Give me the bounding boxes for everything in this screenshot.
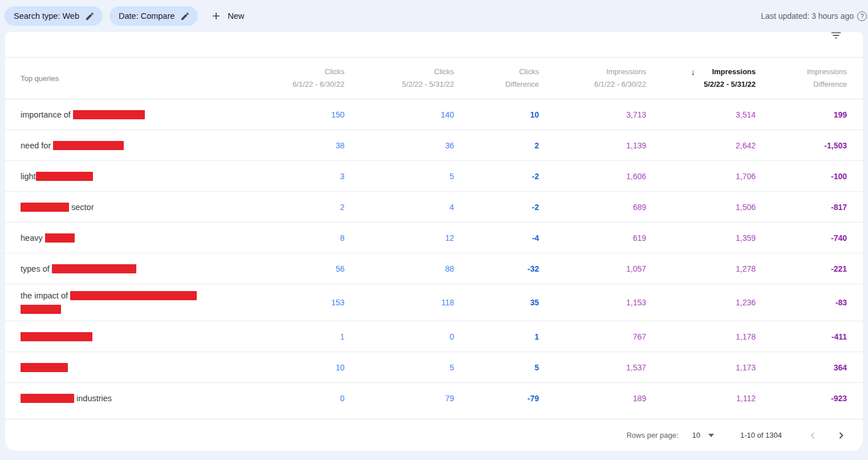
- new-filter-button-label: New: [228, 11, 244, 21]
- date-compare-chip[interactable]: Date: Compare: [109, 6, 198, 26]
- table-row[interactable]: industries079-791891,112-923: [5, 383, 863, 414]
- clicks-previous-cell: 79: [344, 394, 454, 403]
- column-header-impressions-current[interactable]: Impressions6/1/22 - 6/30/22: [539, 66, 646, 91]
- query-cell[interactable]: need for: [5, 134, 233, 157]
- table-body: importance of 150140103,7133,514199need …: [5, 99, 863, 419]
- query-text: sector: [69, 203, 94, 212]
- query-cell[interactable]: [5, 325, 233, 348]
- column-range-label: 5/2/22 - 5/31/22: [646, 78, 756, 91]
- edit-pencil-icon: [85, 11, 95, 21]
- date-compare-chip-label: Date: Compare: [119, 11, 175, 21]
- clicks-difference-cell: 5: [454, 363, 539, 372]
- clicks-previous-cell: 12: [344, 233, 454, 243]
- column-metric-label: Impressions: [756, 66, 847, 78]
- impressions-difference-cell: -817: [756, 203, 847, 212]
- help-icon[interactable]: ?: [857, 11, 867, 21]
- clicks-current-cell: 0: [233, 394, 344, 403]
- clicks-current-cell: 38: [233, 141, 344, 150]
- impressions-current-cell: 1,606: [539, 172, 646, 181]
- clicks-previous-cell: 5: [344, 363, 454, 372]
- column-metric-label: Impressions: [646, 66, 756, 78]
- search-type-chip[interactable]: Search type: Web: [5, 6, 103, 26]
- column-range-label: Difference: [454, 78, 539, 91]
- clicks-current-cell: 1: [233, 332, 344, 341]
- redacted-text-block: [73, 110, 145, 119]
- column-range-label: Difference: [756, 78, 847, 91]
- filter-rows-button[interactable]: [830, 29, 843, 43]
- table-row[interactable]: importance of 150140103,7133,514199: [5, 99, 863, 130]
- column-header-clicks-previous[interactable]: Clicks5/2/22 - 5/31/22: [344, 66, 454, 91]
- search-type-chip-label: Search type: Web: [14, 11, 79, 21]
- column-header-impressions-previous[interactable]: ↓Impressions5/2/22 - 5/31/22: [646, 66, 756, 91]
- clicks-previous-cell: 0: [344, 332, 454, 341]
- query-cell[interactable]: [5, 356, 233, 379]
- clicks-previous-cell: 36: [344, 141, 454, 150]
- column-metric-label: Clicks: [344, 66, 454, 78]
- table-row[interactable]: need for 383621,1392,642-1,503: [5, 130, 863, 161]
- column-metric-label: Clicks: [454, 66, 539, 78]
- clicks-difference-cell: -4: [454, 233, 539, 243]
- chevron-left-icon: [806, 429, 819, 442]
- impressions-previous-cell: 1,178: [646, 332, 756, 341]
- column-metric-label: Clicks: [233, 66, 344, 78]
- query-cell[interactable]: types of: [5, 257, 233, 280]
- table-row[interactable]: types of 5688-321,0571,278-221: [5, 253, 863, 284]
- query-cell[interactable]: the impact of: [5, 284, 233, 321]
- impressions-previous-cell: 1,706: [646, 172, 756, 181]
- sort-descending-arrow-icon: ↓: [691, 66, 696, 78]
- clicks-difference-cell: 35: [454, 298, 539, 307]
- impressions-previous-cell: 1,173: [646, 363, 756, 372]
- query-cell[interactable]: heavy: [5, 227, 233, 249]
- performance-table-card: Top queries Clicks6/1/22 - 6/30/22Clicks…: [5, 32, 863, 451]
- column-header-clicks-difference[interactable]: ClicksDifference: [454, 66, 539, 91]
- last-updated-status: Last updated: 3 hours ago ?: [761, 11, 868, 21]
- table-row[interactable]: 1017671,178-411: [5, 321, 863, 352]
- impressions-difference-cell: 364: [756, 363, 847, 372]
- clicks-current-cell: 8: [233, 233, 344, 243]
- table-row[interactable]: light35-21,6061,706-100: [5, 161, 863, 192]
- impressions-current-cell: 767: [539, 332, 646, 341]
- table-row[interactable]: the impact of 153118351,1531,236-83: [5, 284, 863, 321]
- impressions-current-cell: 1,057: [539, 264, 646, 273]
- redacted-text-block: [21, 363, 68, 372]
- query-text: light: [21, 172, 36, 181]
- query-text: the impact of: [21, 291, 70, 300]
- query-cell[interactable]: industries: [5, 387, 233, 410]
- query-cell[interactable]: sector: [5, 196, 233, 219]
- clicks-current-cell: 56: [233, 264, 344, 273]
- clicks-previous-cell: 140: [344, 110, 454, 119]
- clicks-current-cell: 3: [233, 172, 344, 181]
- rows-per-page-select[interactable]: 10: [692, 431, 714, 439]
- impressions-previous-cell: 1,112: [646, 394, 756, 403]
- table-footer: Rows per page: 10 1-10 of 1304: [5, 419, 863, 451]
- table-toolbar: [5, 32, 863, 57]
- query-text: types of: [21, 264, 52, 273]
- clicks-current-cell: 153: [233, 298, 344, 307]
- table-row[interactable]: heavy 812-46191,359-740: [5, 223, 863, 253]
- redacted-text-block: [21, 394, 74, 403]
- impressions-difference-cell: -923: [756, 394, 847, 403]
- query-cell[interactable]: light: [5, 165, 233, 188]
- clicks-difference-cell: 2: [454, 141, 539, 150]
- next-page-button[interactable]: [834, 429, 848, 442]
- impressions-difference-cell: -83: [756, 298, 847, 307]
- column-header-clicks-current[interactable]: Clicks6/1/22 - 6/30/22: [233, 66, 344, 91]
- new-filter-button[interactable]: New: [210, 10, 244, 22]
- clicks-difference-cell: 1: [454, 332, 539, 341]
- table-row[interactable]: 10551,5371,173364: [5, 352, 863, 383]
- table-header-row: Top queries Clicks6/1/22 - 6/30/22Clicks…: [5, 57, 863, 99]
- query-cell[interactable]: importance of: [5, 103, 233, 126]
- clicks-previous-cell: 4: [344, 203, 454, 212]
- top-queries-header[interactable]: Top queries: [5, 74, 233, 83]
- impressions-current-cell: 689: [539, 203, 646, 212]
- impressions-current-cell: 619: [539, 233, 646, 243]
- edit-pencil-icon: [180, 11, 190, 21]
- clicks-current-cell: 10: [233, 363, 344, 372]
- query-text: industries: [74, 394, 112, 403]
- clicks-difference-cell: 10: [454, 110, 539, 119]
- top-toolbar: Search type: Web Date: Compare New Last …: [0, 0, 868, 32]
- table-row[interactable]: sector24-26891,506-817: [5, 192, 863, 223]
- column-header-impressions-difference[interactable]: ImpressionsDifference: [756, 66, 847, 91]
- impressions-difference-cell: -100: [756, 172, 847, 181]
- previous-page-button[interactable]: [806, 429, 820, 442]
